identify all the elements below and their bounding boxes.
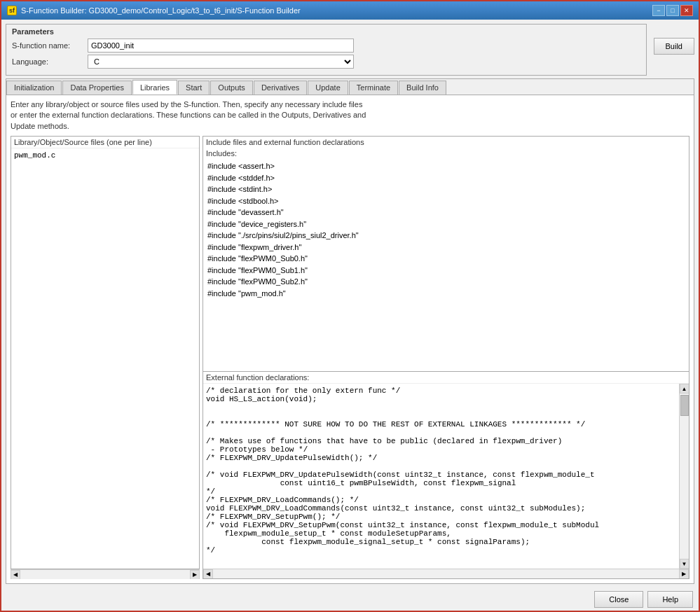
parameters-legend: Parameters — [12, 27, 640, 36]
include-line-8: #include "flexPWM0_Sub0.h" — [207, 253, 685, 265]
right-panel: Include files and external function decl… — [203, 136, 689, 579]
ext-content-wrapper: /* declaration for the only extern func … — [203, 384, 689, 569]
ext-label: External function declarations: — [203, 372, 689, 384]
includes-sublabel: Includes: — [203, 148, 689, 159]
window-title: S-Function Builder: GD3000_demo/Control_… — [21, 6, 301, 15]
left-panel-wrapper: Library/Object/Source files (one per lin… — [11, 136, 200, 579]
left-scroll-track — [20, 570, 190, 579]
title-bar-left: sf S-Function Builder: GD3000_demo/Contr… — [7, 6, 301, 15]
ext-vscrollbar[interactable]: ▲ ▼ — [679, 384, 689, 569]
maximize-button[interactable]: □ — [666, 5, 679, 16]
title-bar-controls: − □ ✕ — [652, 5, 693, 16]
ext-scroll-thumb[interactable] — [680, 395, 689, 416]
left-panel: Library/Object/Source files (one per lin… — [11, 136, 200, 569]
ext-declarations-textarea[interactable]: /* declaration for the only extern func … — [203, 384, 679, 569]
tab-initialization[interactable]: Initialization — [6, 81, 62, 95]
minimize-button[interactable]: − — [652, 5, 665, 16]
libraries-description: Enter any library/object or source files… — [11, 99, 689, 132]
tab-bar: Initialization Data Properties Libraries… — [6, 79, 694, 95]
ext-scroll-htrack — [213, 569, 679, 578]
tab-outputs[interactable]: Outputs — [210, 81, 253, 95]
tab-build-info[interactable]: Build Info — [399, 81, 446, 95]
bottom-bar: Close Help — [1, 588, 699, 611]
include-line-4: #include "devassert.h" — [207, 207, 685, 218]
include-line-10: #include "flexPWM0_Sub2.h" — [207, 276, 685, 288]
tab-derivatives[interactable]: Derivatives — [254, 81, 307, 95]
includes-content[interactable]: #include <assert.h> #include <stddef.h> … — [203, 159, 689, 371]
main-window: sf S-Function Builder: GD3000_demo/Contr… — [0, 0, 700, 612]
include-line-7: #include "flexpwm_driver.h" — [207, 242, 685, 253]
sfname-row: S-function name: — [12, 39, 640, 53]
parameters-group: Parameters S-function name: Language: C … — [6, 24, 647, 76]
close-button[interactable]: Close — [594, 591, 643, 608]
include-line-5: #include "device_registers.h" — [207, 218, 685, 230]
ext-scroll-up-arrow[interactable]: ▲ — [680, 384, 689, 394]
language-label: Language: — [12, 57, 82, 66]
left-panel-hscrollbar[interactable]: ◀ ▶ — [11, 569, 200, 579]
tab-update[interactable]: Update — [308, 81, 348, 95]
sfname-label: S-function name: — [12, 41, 82, 50]
tab-data-properties[interactable]: Data Properties — [62, 81, 131, 95]
libraries-tab-content: Enter any library/object or source files… — [6, 95, 694, 583]
language-row: Language: C C++ — [12, 55, 640, 69]
app-icon: sf — [7, 6, 17, 15]
includes-section-label: Include files and external function decl… — [203, 137, 689, 148]
tabs-container: Initialization Data Properties Libraries… — [6, 78, 694, 584]
left-scroll-right-arrow[interactable]: ▶ — [190, 570, 200, 580]
ext-scroll-right-arrow[interactable]: ▶ — [679, 569, 689, 579]
include-line-11: #include "pwm_mod.h" — [207, 288, 685, 300]
sfname-input[interactable] — [88, 39, 354, 53]
includes-section: Includes: #include <assert.h> #include <… — [203, 148, 689, 372]
tab-terminate[interactable]: Terminate — [349, 81, 398, 95]
ext-section: External function declarations: /* decla… — [203, 372, 689, 578]
help-button[interactable]: Help — [647, 591, 693, 608]
include-line-1: #include <stddef.h> — [207, 172, 685, 184]
build-button[interactable]: Build — [654, 38, 694, 55]
window-close-button[interactable]: ✕ — [680, 5, 693, 16]
content-area: Parameters S-function name: Language: C … — [1, 20, 699, 588]
tab-libraries[interactable]: Libraries — [132, 80, 177, 95]
tab-start[interactable]: Start — [178, 81, 210, 95]
left-panel-legend: Library/Object/Source files (one per lin… — [11, 137, 199, 148]
include-line-9: #include "flexPWM0_Sub1.h" — [207, 265, 685, 277]
include-line-6: #include "./src/pins/siul2/pins_siul2_dr… — [207, 230, 685, 242]
panels-row: Library/Object/Source files (one per lin… — [11, 136, 689, 579]
ext-scroll-left-arrow[interactable]: ◀ — [203, 569, 213, 579]
library-files-textarea[interactable]: pwm_mod.c — [11, 148, 199, 569]
ext-hscrollbar[interactable]: ◀ ▶ — [203, 569, 689, 578]
language-select[interactable]: C C++ — [88, 55, 354, 69]
include-line-0: #include <assert.h> — [207, 160, 685, 172]
ext-scroll-down-arrow[interactable]: ▼ — [680, 559, 689, 569]
left-scroll-left-arrow[interactable]: ◀ — [11, 570, 20, 580]
include-line-3: #include <stdbool.h> — [207, 195, 685, 207]
include-line-2: #include <stdint.h> — [207, 183, 685, 195]
title-bar: sf S-Function Builder: GD3000_demo/Contr… — [1, 1, 699, 20]
